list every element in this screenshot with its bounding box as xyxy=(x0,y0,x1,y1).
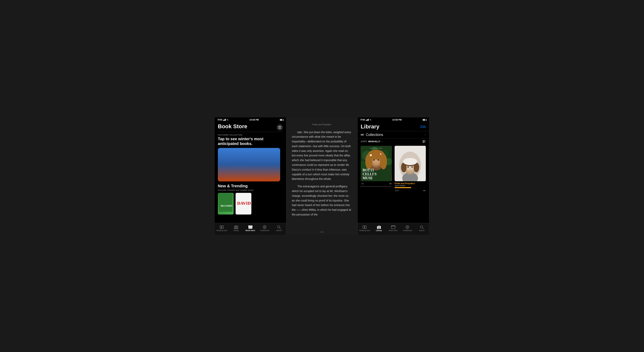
reading-now-icon xyxy=(220,225,224,229)
header-divider xyxy=(218,132,283,132)
h-line-3 xyxy=(361,135,364,136)
svg-text:DORAH BLUME: DORAH BLUME xyxy=(370,148,382,149)
library-icon-lib xyxy=(377,225,381,229)
svg-rect-15 xyxy=(222,226,224,228)
svg-point-57 xyxy=(403,158,417,165)
book-card-pride-and-prejudice[interactable]: Pride and Prejudice Jane Austen 53% ••• xyxy=(394,146,426,192)
svg-rect-22 xyxy=(251,226,252,228)
status-bar-library: TFW ∿ 10:58 PM xyxy=(358,117,429,122)
bottom-nav-library: Reading Now Library Book Store xyxy=(358,223,429,235)
wifi-indicator-library: ∿ xyxy=(370,119,371,121)
david-cover-art: DAVID xyxy=(236,193,251,214)
svg-line-28 xyxy=(280,228,281,229)
nav-library[interactable]: Library xyxy=(229,225,243,231)
svg-rect-18 xyxy=(236,225,236,229)
featured-image[interactable] xyxy=(218,148,280,181)
carrier-label-library: TFW xyxy=(360,119,365,121)
svg-rect-61 xyxy=(363,226,364,228)
bookstore-icon-lib xyxy=(391,225,396,229)
botticelli-art-svg: BOTTI CELLI'S MUSE DORAH BLUME xyxy=(361,146,392,181)
nav-bookstore-label: Book Store xyxy=(246,229,255,231)
sort-value: MANUALLY xyxy=(368,140,380,143)
library-screen: TFW ∿ 10:58 PM Library Edit xyxy=(358,117,429,235)
svg-point-42 xyxy=(370,155,371,156)
library-header: Library Edit xyxy=(358,122,429,131)
status-right-library xyxy=(422,119,426,121)
trending-section: New & Trending Recently released and not… xyxy=(215,181,286,214)
nav-search-bookstore[interactable]: Search xyxy=(272,225,286,231)
search-icon-lib xyxy=(420,225,424,229)
svg-rect-65 xyxy=(380,226,381,229)
collections-chevron-icon: › xyxy=(425,133,426,137)
nav-reading-now-label: Reading Now xyxy=(216,229,227,231)
nav-bookstore-lib[interactable]: Book Store xyxy=(386,225,400,231)
reading-paragraph-2: The extravagance and general profligacy … xyxy=(292,184,352,217)
svg-rect-19 xyxy=(237,226,238,229)
nav-audiobooks[interactable]: Audiobooks xyxy=(258,225,272,231)
becoming-cover-art: BECOMING xyxy=(219,193,232,213)
book-2-more-dots[interactable]: ••• xyxy=(423,189,426,192)
reading-page-number: 499 xyxy=(286,229,357,235)
menu-button[interactable] xyxy=(276,124,283,131)
book-progress-row-1: 1% ••• xyxy=(361,182,392,185)
svg-rect-17 xyxy=(234,226,235,229)
h-line-2 xyxy=(361,135,364,135)
book-card-botticellis-muse[interactable]: BOTTI CELLI'S MUSE DORAH BLUME 1% ••• xyxy=(361,146,392,192)
list-view-icon[interactable] xyxy=(422,140,426,143)
nav-search-lib-label: Search xyxy=(419,229,425,231)
svg-rect-62 xyxy=(365,226,366,228)
nav-reading-now-lib-label: Reading Now xyxy=(359,229,370,231)
edit-button[interactable]: Edit xyxy=(420,124,426,129)
audiobooks-icon-lib xyxy=(405,225,410,229)
nav-search-lib[interactable]: Search xyxy=(415,225,429,231)
svg-rect-10 xyxy=(219,193,232,212)
bookstore-icon xyxy=(248,225,252,229)
reading-now-icon-lib xyxy=(362,225,367,229)
signal-bar-lib-1 xyxy=(366,120,366,121)
signal-bars xyxy=(223,119,226,121)
status-left: TFW ∿ xyxy=(218,119,228,121)
book-thumb-david[interactable]: DAVID xyxy=(236,193,251,214)
sort-controls[interactable]: SORT MANUALLY ⌄ xyxy=(361,140,383,143)
signal-bar-lib-4 xyxy=(368,119,369,121)
trending-title: New & Trending xyxy=(218,184,283,188)
svg-point-25 xyxy=(264,226,265,228)
signal-bar-lib-2 xyxy=(366,120,367,121)
books-grid: BOTTI CELLI'S MUSE DORAH BLUME 1% ••• xyxy=(358,144,429,194)
book-1-more-dots[interactable]: ••• xyxy=(389,182,392,185)
svg-point-44 xyxy=(380,154,381,155)
book-1-progress-bar xyxy=(361,186,392,187)
featured-image-art xyxy=(218,148,280,181)
reading-content[interactable]: tate. She put down the letter, weighed e… xyxy=(286,128,357,229)
nav-reading-now[interactable]: Reading Now xyxy=(215,225,229,231)
collections-row[interactable]: Collections › xyxy=(358,131,429,139)
status-left-library: TFW ∿ xyxy=(360,119,371,121)
svg-text:BOTTI: BOTTI xyxy=(363,168,374,172)
h-line-1 xyxy=(361,134,364,134)
book-thumb-becoming[interactable]: BECOMING xyxy=(218,193,234,214)
menu-lines-icon xyxy=(278,126,281,128)
bookstore-title: Book Store xyxy=(218,124,247,130)
svg-rect-21 xyxy=(249,226,250,228)
svg-text:DAVID: DAVID xyxy=(237,201,251,206)
wifi-indicator: ∿ xyxy=(227,119,228,121)
list-line-2 xyxy=(422,141,424,141)
nav-library-lib[interactable]: Library xyxy=(372,225,386,231)
signal-bar-1 xyxy=(223,120,224,121)
sort-chevron-icon: ⌄ xyxy=(382,141,383,142)
library-icon xyxy=(234,225,238,229)
svg-point-60 xyxy=(410,169,410,170)
nav-reading-now-lib[interactable]: Reading Now xyxy=(358,225,372,231)
book-2-info: Pride and Prejudice Jane Austen xyxy=(394,182,426,187)
featured-label: FEATURED COLLECTION xyxy=(215,134,286,136)
bookstore-screen: TFW ∿ 10:58 PM Book Store xyxy=(215,117,286,235)
nav-bookstore[interactable]: Book Store xyxy=(243,225,258,231)
bottom-nav-bookstore: Reading Now Library Book Store xyxy=(215,223,286,235)
signal-bar-3 xyxy=(224,119,225,121)
reading-screen: Pride and Prejudice tate. She put down t… xyxy=(286,117,358,235)
nav-audiobooks-label: Audiobooks xyxy=(260,229,269,231)
book-cover-botticellis-muse: BOTTI CELLI'S MUSE DORAH BLUME xyxy=(361,146,392,181)
nav-audiobooks-lib[interactable]: Audiobooks xyxy=(400,225,414,231)
svg-rect-63 xyxy=(377,226,378,229)
sort-row: SORT MANUALLY ⌄ xyxy=(358,139,429,144)
